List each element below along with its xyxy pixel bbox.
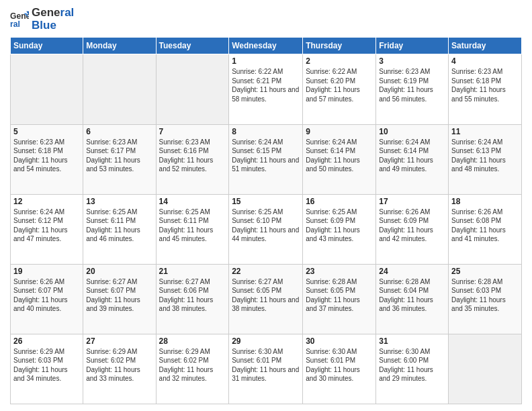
day-cell: 10Sunrise: 6:24 AM Sunset: 6:14 PM Dayli… bbox=[376, 124, 449, 194]
day-info: Sunrise: 6:24 AM Sunset: 6:15 PM Dayligh… bbox=[232, 138, 300, 174]
week-row-4: 26Sunrise: 6:29 AM Sunset: 6:03 PM Dayli… bbox=[11, 334, 522, 404]
day-cell: 14Sunrise: 6:25 AM Sunset: 6:11 PM Dayli… bbox=[156, 194, 229, 264]
day-info: Sunrise: 6:25 AM Sunset: 6:10 PM Dayligh… bbox=[232, 208, 300, 244]
logo-line2: Blue bbox=[32, 19, 74, 32]
day-number: 12 bbox=[13, 197, 80, 206]
day-number: 30 bbox=[306, 336, 373, 346]
header: Gene ral General Blue bbox=[10, 7, 522, 32]
header-cell-wednesday: Wednesday bbox=[229, 38, 303, 54]
day-cell: 29Sunrise: 6:30 AM Sunset: 6:01 PM Dayli… bbox=[229, 334, 303, 404]
day-number: 16 bbox=[306, 197, 373, 206]
header-cell-tuesday: Tuesday bbox=[156, 38, 229, 54]
day-cell: 19Sunrise: 6:26 AM Sunset: 6:07 PM Dayli… bbox=[11, 264, 83, 334]
day-cell: 18Sunrise: 6:26 AM Sunset: 6:08 PM Dayli… bbox=[449, 194, 522, 264]
week-row-2: 12Sunrise: 6:24 AM Sunset: 6:12 PM Dayli… bbox=[11, 194, 522, 264]
day-info: Sunrise: 6:30 AM Sunset: 6:01 PM Dayligh… bbox=[306, 347, 373, 383]
day-cell: 24Sunrise: 6:28 AM Sunset: 6:04 PM Dayli… bbox=[376, 264, 449, 334]
day-cell: 25Sunrise: 6:28 AM Sunset: 6:03 PM Dayli… bbox=[449, 264, 522, 334]
day-info: Sunrise: 6:24 AM Sunset: 6:14 PM Dayligh… bbox=[379, 138, 445, 174]
header-cell-saturday: Saturday bbox=[449, 38, 522, 54]
day-number: 3 bbox=[379, 56, 445, 66]
day-number: 19 bbox=[13, 267, 80, 276]
day-cell: 22Sunrise: 6:27 AM Sunset: 6:05 PM Dayli… bbox=[229, 264, 303, 334]
day-number: 31 bbox=[379, 336, 445, 346]
day-info: Sunrise: 6:23 AM Sunset: 6:18 PM Dayligh… bbox=[13, 138, 80, 174]
calendar-header: SundayMondayTuesdayWednesdayThursdayFrid… bbox=[11, 38, 522, 54]
week-row-3: 19Sunrise: 6:26 AM Sunset: 6:07 PM Dayli… bbox=[11, 264, 522, 334]
day-number: 26 bbox=[13, 336, 80, 346]
day-info: Sunrise: 6:22 AM Sunset: 6:21 PM Dayligh… bbox=[232, 67, 300, 103]
day-cell: 5Sunrise: 6:23 AM Sunset: 6:18 PM Daylig… bbox=[11, 124, 83, 194]
day-number: 5 bbox=[13, 127, 80, 136]
day-number: 28 bbox=[159, 336, 226, 346]
day-info: Sunrise: 6:24 AM Sunset: 6:14 PM Dayligh… bbox=[306, 138, 373, 174]
day-cell: 2Sunrise: 6:22 AM Sunset: 6:20 PM Daylig… bbox=[303, 54, 376, 124]
day-cell: 28Sunrise: 6:29 AM Sunset: 6:02 PM Dayli… bbox=[156, 334, 229, 404]
day-info: Sunrise: 6:24 AM Sunset: 6:13 PM Dayligh… bbox=[451, 138, 519, 174]
day-number: 8 bbox=[232, 127, 300, 136]
day-cell: 16Sunrise: 6:25 AM Sunset: 6:09 PM Dayli… bbox=[303, 194, 376, 264]
day-number: 7 bbox=[159, 127, 226, 136]
day-cell bbox=[156, 54, 229, 124]
header-cell-friday: Friday bbox=[376, 38, 449, 54]
day-number: 25 bbox=[451, 267, 519, 276]
day-number: 17 bbox=[379, 197, 445, 206]
day-info: Sunrise: 6:29 AM Sunset: 6:02 PM Dayligh… bbox=[86, 347, 152, 383]
day-cell: 15Sunrise: 6:25 AM Sunset: 6:10 PM Dayli… bbox=[229, 194, 303, 264]
day-number: 15 bbox=[232, 197, 300, 206]
day-cell: 6Sunrise: 6:23 AM Sunset: 6:17 PM Daylig… bbox=[83, 124, 156, 194]
day-info: Sunrise: 6:30 AM Sunset: 6:01 PM Dayligh… bbox=[232, 347, 300, 383]
day-cell: 11Sunrise: 6:24 AM Sunset: 6:13 PM Dayli… bbox=[449, 124, 522, 194]
day-info: Sunrise: 6:27 AM Sunset: 6:05 PM Dayligh… bbox=[232, 277, 300, 314]
day-info: Sunrise: 6:26 AM Sunset: 6:09 PM Dayligh… bbox=[379, 208, 445, 244]
day-number: 22 bbox=[232, 267, 300, 276]
day-info: Sunrise: 6:28 AM Sunset: 6:05 PM Dayligh… bbox=[306, 277, 373, 314]
day-number: 10 bbox=[379, 127, 445, 136]
day-cell bbox=[11, 54, 83, 124]
day-info: Sunrise: 6:30 AM Sunset: 6:00 PM Dayligh… bbox=[379, 347, 445, 383]
day-number: 14 bbox=[159, 197, 226, 206]
day-number: 1 bbox=[232, 56, 300, 66]
day-cell: 30Sunrise: 6:30 AM Sunset: 6:01 PM Dayli… bbox=[303, 334, 376, 404]
header-cell-thursday: Thursday bbox=[303, 38, 376, 54]
day-info: Sunrise: 6:26 AM Sunset: 6:07 PM Dayligh… bbox=[13, 277, 80, 314]
calendar-table: SundayMondayTuesdayWednesdayThursdayFrid… bbox=[10, 37, 522, 404]
week-row-0: 1Sunrise: 6:22 AM Sunset: 6:21 PM Daylig… bbox=[11, 54, 522, 124]
logo-line1: General bbox=[32, 7, 74, 19]
day-info: Sunrise: 6:29 AM Sunset: 6:02 PM Dayligh… bbox=[159, 347, 226, 383]
day-cell: 26Sunrise: 6:29 AM Sunset: 6:03 PM Dayli… bbox=[11, 334, 83, 404]
day-info: Sunrise: 6:24 AM Sunset: 6:12 PM Dayligh… bbox=[13, 208, 80, 244]
header-cell-monday: Monday bbox=[83, 38, 156, 54]
day-cell: 3Sunrise: 6:23 AM Sunset: 6:19 PM Daylig… bbox=[376, 54, 449, 124]
day-cell: 8Sunrise: 6:24 AM Sunset: 6:15 PM Daylig… bbox=[229, 124, 303, 194]
day-cell bbox=[449, 334, 522, 404]
week-row-1: 5Sunrise: 6:23 AM Sunset: 6:18 PM Daylig… bbox=[11, 124, 522, 194]
day-info: Sunrise: 6:23 AM Sunset: 6:17 PM Dayligh… bbox=[86, 138, 152, 174]
day-cell: 27Sunrise: 6:29 AM Sunset: 6:02 PM Dayli… bbox=[83, 334, 156, 404]
day-cell: 17Sunrise: 6:26 AM Sunset: 6:09 PM Dayli… bbox=[376, 194, 449, 264]
day-number: 18 bbox=[451, 197, 519, 206]
day-info: Sunrise: 6:25 AM Sunset: 6:11 PM Dayligh… bbox=[86, 208, 152, 244]
day-cell: 9Sunrise: 6:24 AM Sunset: 6:14 PM Daylig… bbox=[303, 124, 376, 194]
day-info: Sunrise: 6:23 AM Sunset: 6:19 PM Dayligh… bbox=[379, 67, 445, 103]
day-number: 27 bbox=[86, 336, 152, 346]
day-info: Sunrise: 6:26 AM Sunset: 6:08 PM Dayligh… bbox=[451, 208, 519, 244]
day-number: 29 bbox=[232, 336, 300, 346]
logo: Gene ral General Blue bbox=[10, 7, 74, 32]
day-info: Sunrise: 6:23 AM Sunset: 6:16 PM Dayligh… bbox=[159, 138, 226, 174]
day-number: 6 bbox=[86, 127, 152, 136]
day-info: Sunrise: 6:23 AM Sunset: 6:18 PM Dayligh… bbox=[451, 67, 519, 103]
day-number: 23 bbox=[306, 267, 373, 276]
day-info: Sunrise: 6:27 AM Sunset: 6:06 PM Dayligh… bbox=[159, 277, 226, 314]
svg-text:ral: ral bbox=[10, 19, 20, 29]
day-number: 24 bbox=[379, 267, 445, 276]
logo-icon: Gene ral bbox=[10, 10, 29, 29]
day-number: 2 bbox=[306, 56, 373, 66]
day-number: 21 bbox=[159, 267, 226, 276]
day-cell: 13Sunrise: 6:25 AM Sunset: 6:11 PM Dayli… bbox=[83, 194, 156, 264]
day-cell: 21Sunrise: 6:27 AM Sunset: 6:06 PM Dayli… bbox=[156, 264, 229, 334]
page: Gene ral General Blue SundayMondayTuesda… bbox=[0, 0, 532, 411]
day-info: Sunrise: 6:29 AM Sunset: 6:03 PM Dayligh… bbox=[13, 347, 80, 383]
calendar-body: 1Sunrise: 6:22 AM Sunset: 6:21 PM Daylig… bbox=[11, 54, 522, 404]
day-cell: 23Sunrise: 6:28 AM Sunset: 6:05 PM Dayli… bbox=[303, 264, 376, 334]
